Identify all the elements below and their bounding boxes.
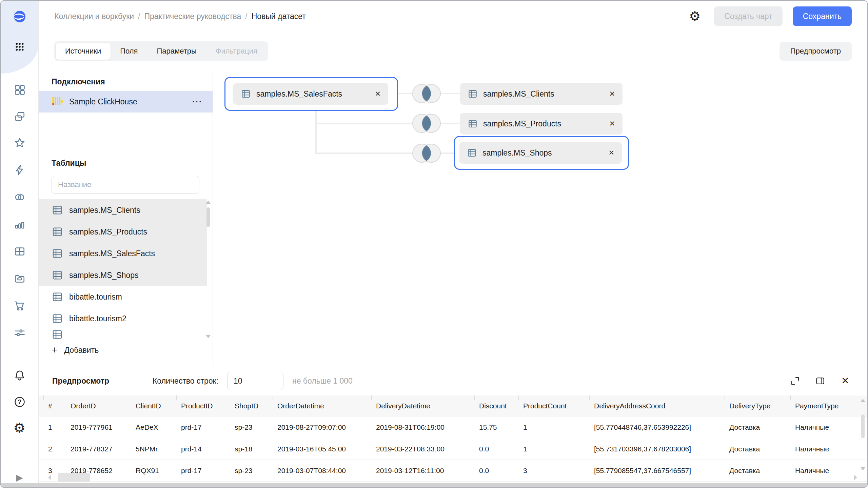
- bell-icon: [14, 369, 26, 382]
- scroll-down-arrow-icon[interactable]: [861, 467, 865, 470]
- svg-text:?: ?: [18, 398, 21, 405]
- datalens-logo-icon: [13, 6, 26, 27]
- scroll-down-arrow-icon[interactable]: [206, 335, 211, 338]
- cell-paymenttype: Наличные: [795, 416, 863, 438]
- tab-sources[interactable]: Источники: [56, 43, 111, 60]
- plus-icon: +: [52, 345, 58, 355]
- top-header: Коллекции и воркбуки / Практические руко…: [39, 1, 867, 32]
- remove-table-icon[interactable]: ✕: [604, 120, 615, 128]
- nav-favorites[interactable]: [13, 136, 26, 150]
- row-count-label: Количество строк:: [153, 377, 218, 386]
- join-type-icon-inner[interactable]: [410, 142, 443, 164]
- sidebar-divider: [1, 467, 38, 467]
- nav-charts[interactable]: [13, 218, 26, 231]
- nav-storage[interactable]: [13, 272, 26, 285]
- dataset-settings-gear-icon[interactable]: ⚙: [689, 10, 701, 23]
- connection-menu-ellipsis-icon[interactable]: ···: [192, 97, 202, 106]
- nav-connections[interactable]: [13, 190, 26, 204]
- nav-services-settings[interactable]: [13, 326, 26, 340]
- nav-marketplace[interactable]: [13, 299, 26, 312]
- scroll-left-arrow-icon[interactable]: [48, 475, 51, 480]
- apps-grid-button[interactable]: [13, 40, 26, 54]
- cell-shopid: sp-23: [235, 416, 277, 438]
- remove-table-icon[interactable]: ✕: [370, 90, 381, 98]
- add-table-button[interactable]: + Добавить: [52, 345, 99, 355]
- remove-table-icon[interactable]: ✕: [604, 90, 615, 98]
- cell-paymenttype: Наличные: [795, 438, 863, 460]
- connection-name: Sample ClickHouse: [69, 97, 137, 106]
- dock-right-button[interactable]: [814, 375, 826, 387]
- page-horizontal-scrollbar[interactable]: [1, 483, 867, 487]
- save-button[interactable]: Сохранить: [793, 6, 852, 26]
- split-view-icon: [815, 376, 825, 386]
- cell-row-number: 1: [48, 416, 71, 438]
- table-icon: [52, 204, 63, 216]
- table-row: 1 2019-777961 AeDeX prd-17 sp-23 2019-08…: [39, 416, 867, 438]
- column-header: DeliveryType: [729, 395, 795, 416]
- close-icon: ✕: [841, 376, 849, 386]
- scrollbar-thumb[interactable]: [206, 207, 210, 227]
- canvas-table-name: samples.MS_Products: [483, 119, 561, 128]
- notifications-button[interactable]: [13, 369, 26, 382]
- breadcrumb-guides[interactable]: Практические руководства: [144, 12, 241, 21]
- tab-fields[interactable]: Поля: [111, 43, 147, 60]
- tab-filtering[interactable]: Фильтрация: [206, 43, 267, 60]
- table-name: bibattle.tourism2: [69, 314, 126, 323]
- join-type-icon-inner[interactable]: [410, 113, 443, 134]
- table-search-input[interactable]: [52, 176, 199, 194]
- row-count-input[interactable]: [227, 372, 283, 390]
- column-header: Discount: [479, 395, 523, 416]
- collections-icon: [14, 110, 26, 123]
- help-button[interactable]: ?: [13, 395, 26, 409]
- create-chart-button[interactable]: Создать чарт: [714, 6, 782, 26]
- sources-panel: Подключения Sample ClickHouse ··· Таблиц…: [39, 70, 213, 366]
- preview-horizontal-scrollbar: [48, 473, 857, 482]
- table-list-item[interactable]: samples.MS_Clients: [39, 199, 207, 221]
- table-list-item[interactable]: bibattle.tourism: [39, 286, 213, 308]
- cell-productid: prd-17: [181, 416, 235, 438]
- tab-parameters[interactable]: Параметры: [147, 43, 206, 60]
- scroll-up-arrow-icon[interactable]: [206, 201, 211, 204]
- join-type-icon-inner[interactable]: [410, 83, 443, 104]
- preview-toggle-button[interactable]: Предпросмотр: [780, 42, 852, 61]
- breadcrumb-collections[interactable]: Коллекции и воркбуки: [54, 12, 134, 21]
- canvas-table-clients[interactable]: samples.MS_Clients ✕: [460, 83, 623, 105]
- scroll-up-arrow-icon[interactable]: [861, 399, 865, 402]
- cell-shopid: sp-18: [235, 438, 277, 460]
- cell-deliverydatetime: 2019-03-22T08:33:00: [376, 438, 479, 460]
- table-list-item[interactable]: samples.MS_SalesFacts: [39, 243, 207, 264]
- table-list-item-partial[interactable]: [39, 329, 213, 340]
- sidebar-collapse-button[interactable]: ▶: [16, 473, 23, 482]
- table-list-item[interactable]: samples.MS_Products: [39, 221, 207, 243]
- cell-orderdatetime: 2019-08-27T09:07:00: [277, 416, 376, 438]
- remove-table-icon[interactable]: ✕: [604, 149, 614, 157]
- expand-preview-button[interactable]: [789, 375, 801, 387]
- lightning-icon: [14, 164, 26, 176]
- datalens-logo[interactable]: [13, 6, 26, 27]
- breadcrumb-separator: /: [245, 12, 247, 21]
- preview-panel: Предпросмотр Количество строк: не больше…: [39, 366, 867, 487]
- scrollbar-thumb[interactable]: [861, 414, 865, 438]
- table-list-item[interactable]: bibattle.tourism2: [39, 308, 213, 329]
- connections-section-title: Подключения: [52, 77, 105, 86]
- join-connector-line: [315, 123, 412, 124]
- table-name: samples.MS_SalesFacts: [69, 249, 155, 258]
- nav-datasets[interactable]: [13, 245, 26, 258]
- nav-editor[interactable]: [13, 163, 26, 177]
- scrollbar-thumb[interactable]: [58, 473, 90, 482]
- canvas-table-name: samples.MS_Shops: [482, 148, 552, 158]
- canvas-table-products[interactable]: samples.MS_Products ✕: [460, 113, 623, 135]
- table-list-item[interactable]: samples.MS_Shops: [39, 264, 207, 286]
- nav-collections[interactable]: [13, 110, 26, 123]
- table-icon: [241, 89, 251, 99]
- canvas-table-shops[interactable]: samples.MS_Shops ✕: [459, 142, 622, 164]
- close-preview-button[interactable]: ✕: [840, 375, 851, 387]
- join-canvas[interactable]: samples.MS_SalesFacts ✕ samples.MS_Clien…: [213, 70, 867, 366]
- nav-dashboards[interactable]: [13, 83, 26, 97]
- sidebar-settings-button[interactable]: ⚙: [13, 421, 26, 434]
- canvas-table-salesfacts[interactable]: samples.MS_SalesFacts ✕: [233, 83, 388, 105]
- cell-productcount: 1: [523, 416, 594, 438]
- scroll-right-arrow-icon[interactable]: [854, 475, 857, 480]
- column-header: DeliveryDatetime: [376, 395, 479, 416]
- connection-item-sample-clickhouse[interactable]: Sample ClickHouse ···: [39, 91, 213, 113]
